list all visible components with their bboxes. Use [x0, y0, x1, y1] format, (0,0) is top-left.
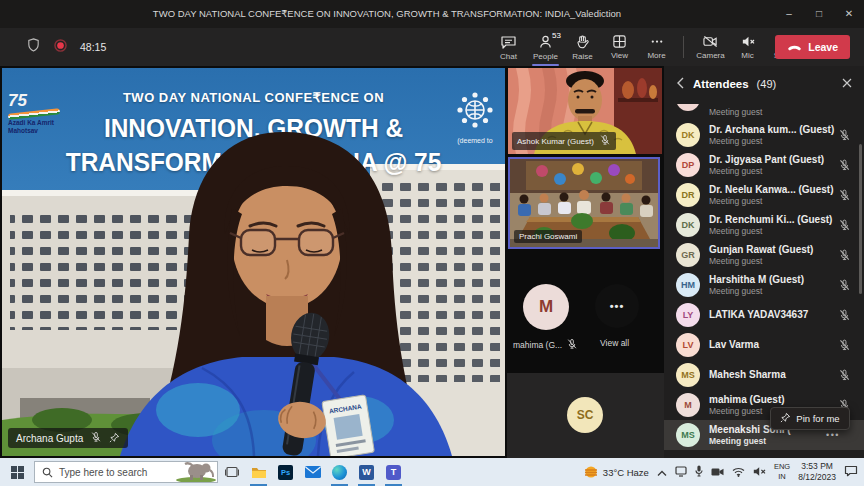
meeting-timer: 48:15 — [80, 41, 106, 53]
tray-volume-muted-icon[interactable] — [753, 463, 766, 481]
attendee-row[interactable]: DPDr. Jigyasa Pant (Guest)Meeting guest — [664, 150, 864, 180]
word-icon: W — [359, 465, 374, 480]
weather-widget[interactable]: 33°C Haze — [584, 465, 649, 479]
tray-camera-icon[interactable] — [711, 463, 724, 481]
mic-muted-icon — [838, 129, 851, 142]
search-icon — [42, 467, 53, 478]
audio-muted-icon — [740, 34, 756, 49]
attendee-subtitle: Meeting guest — [709, 226, 829, 236]
mahima-avatar[interactable]: M — [523, 284, 569, 330]
video-tile-prachi-active[interactable]: Prachi Goswami — [508, 157, 660, 249]
attendee-name: Dr. Renchumi Ki... (Guest) — [709, 214, 829, 226]
attendee-row[interactable]: LYLATIKA YADAV34637 — [664, 300, 864, 330]
file-explorer-button[interactable] — [245, 458, 272, 486]
chat-icon — [500, 34, 517, 50]
attendee-row[interactable]: LVLav Varma — [664, 330, 864, 360]
teams-meeting-window: TWO DAY NATIONAL CONFE₹ENCE ON INNOVATIO… — [0, 0, 864, 486]
mic-muted-icon — [599, 134, 611, 148]
attendee-avatar: HM — [676, 273, 700, 297]
avatar-row: M ••• mahima (G... View all — [507, 280, 664, 372]
mic-button[interactable]: Mic — [729, 28, 766, 66]
view-all-button[interactable]: ••• — [595, 284, 639, 328]
people-icon — [538, 34, 554, 50]
raise-hand-button[interactable]: Raise — [564, 28, 601, 66]
attendee-row[interactable]: GRGunjan Rawat (Guest)Meeting guest — [664, 240, 864, 270]
tray-mic-icon[interactable] — [695, 463, 703, 481]
camera-off-icon — [702, 34, 719, 49]
toolbar-divider — [683, 36, 684, 58]
attendee-row[interactable]: DKDr. Renchumi Ki... (Guest)Meeting gues… — [664, 210, 864, 240]
attendee-row[interactable]: Meeting guest — [664, 104, 864, 120]
taskbar-search-input[interactable]: Type here to search — [34, 461, 218, 483]
attendee-row[interactable]: DRDr. Neelu Kanwa... (Guest)Meeting gues… — [664, 180, 864, 210]
mahima-label: mahima (G... — [513, 338, 578, 352]
people-button[interactable]: 53 People — [527, 28, 564, 66]
attendee-subtitle: Meeting guest — [709, 107, 762, 117]
windows-logo-icon — [11, 466, 24, 479]
pin-tooltip-text: Pin for me — [796, 413, 839, 424]
attendees-scrollbar[interactable] — [859, 144, 862, 294]
view-button[interactable]: View — [601, 28, 638, 66]
attendee-avatar: MS — [676, 423, 700, 447]
maximize-button[interactable]: □ — [804, 0, 834, 28]
hangup-icon — [787, 41, 802, 53]
attendee-avatar: DR — [676, 183, 700, 207]
meeting-stage: TWO DAY NATIONAL CONFE₹ENCE ON INNOVATIO… — [0, 66, 864, 458]
start-button[interactable] — [0, 458, 34, 486]
minimize-button[interactable]: – — [774, 0, 804, 28]
attendees-count: (49) — [757, 78, 777, 90]
view-grid-icon — [612, 34, 627, 49]
mic-muted-icon — [838, 309, 851, 322]
more-button[interactable]: More — [638, 28, 675, 66]
recording-indicator-icon — [54, 38, 67, 56]
tray-display-icon[interactable] — [675, 463, 687, 481]
photoshop-button[interactable]: Ps — [272, 458, 299, 486]
attendee-row[interactable]: MSMahesh Sharma — [664, 360, 864, 390]
task-view-button[interactable] — [218, 458, 245, 486]
tray-wifi-icon[interactable] — [732, 463, 745, 481]
mail-button[interactable] — [299, 458, 326, 486]
main-video-tile[interactable]: TWO DAY NATIONAL CONFE₹ENCE ON INNOVATIO… — [2, 68, 505, 456]
language-indicator[interactable]: ENG IN — [774, 462, 790, 482]
more-icon — [649, 34, 665, 49]
mic-muted-icon — [838, 369, 851, 382]
teams-button[interactable]: T — [380, 458, 407, 486]
edge-button[interactable] — [326, 458, 353, 486]
attendee-name: mahima (Guest) — [709, 394, 785, 406]
tray-expand-chevron[interactable] — [657, 463, 667, 481]
attendee-avatar: MS — [676, 363, 700, 387]
attendee-subtitle: Meeting guest — [709, 286, 804, 296]
attendee-row[interactable]: HMHarshitha M (Guest)Meeting guest — [664, 270, 864, 300]
attendee-subtitle: Meeting guest — [709, 256, 813, 266]
attendee-avatar — [676, 104, 700, 111]
attendee-name: Lav Varma — [709, 339, 759, 351]
back-chevron-icon[interactable] — [676, 77, 685, 92]
attendee-list: Meeting guestDKDr. Archana kum... (Guest… — [664, 104, 864, 458]
speaker-person: ARCHANA — [2, 68, 505, 456]
main-video-name-label: Archana Gupta — [8, 428, 128, 448]
action-center-icon[interactable] — [844, 463, 858, 481]
word-button[interactable]: W — [353, 458, 380, 486]
leave-button[interactable]: Leave — [775, 35, 850, 59]
photoshop-icon: Ps — [278, 465, 293, 480]
attendee-avatar: LV — [676, 333, 700, 357]
mic-muted-icon — [838, 339, 851, 352]
attendees-panel: Attendees (49) Meeting guestDKDr. Archan… — [664, 66, 864, 458]
mic-muted-icon — [838, 249, 851, 262]
attendee-avatar: LY — [676, 303, 700, 327]
chat-button[interactable]: Chat — [490, 28, 527, 66]
clock[interactable]: 3:53 PM 8/12/2023 — [798, 461, 836, 482]
speaker-name: Archana Gupta — [16, 433, 83, 444]
attendee-more-button[interactable]: ••• — [826, 430, 840, 440]
video-tile-ashok[interactable]: Ashok Kumar (Guest) — [508, 68, 662, 154]
panel-close-icon[interactable] — [842, 78, 852, 90]
camera-button[interactable]: Camera — [692, 28, 729, 66]
video-tile-sc[interactable]: SC — [507, 373, 664, 458]
attendee-subtitle: Meeting guest — [709, 166, 824, 176]
thumbnail-column: Ashok Kumar (Guest) — [507, 68, 664, 458]
view-all-label: View all — [600, 338, 629, 348]
attendee-row[interactable]: DKDr. Archana kum... (Guest)Meeting gues… — [664, 120, 864, 150]
attendee-avatar: DK — [676, 123, 700, 147]
close-button[interactable]: ✕ — [834, 0, 864, 28]
attendee-name: Harshitha M (Guest) — [709, 274, 804, 286]
